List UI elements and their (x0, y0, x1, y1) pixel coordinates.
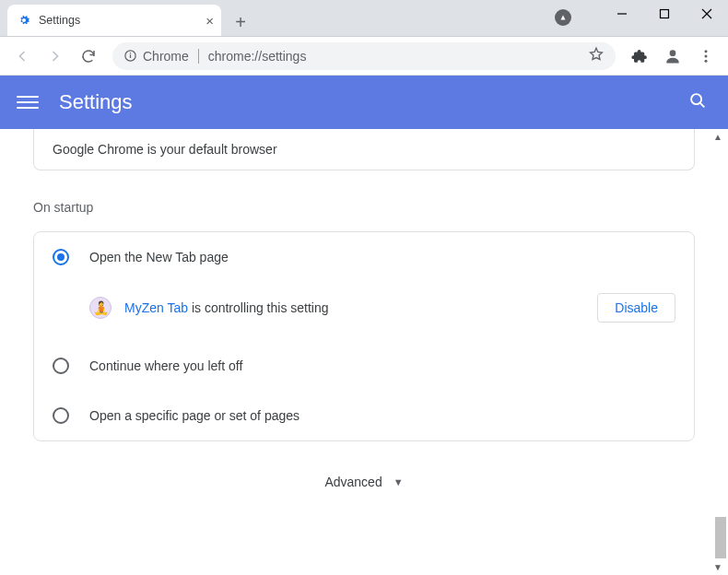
svg-rect-1 (661, 10, 669, 18)
maximize-button[interactable] (643, 0, 686, 28)
advanced-toggle[interactable]: Advanced ▼ (33, 475, 695, 489)
svg-rect-7 (130, 53, 131, 53)
site-info-icon[interactable]: Chrome (123, 49, 189, 64)
svg-point-12 (691, 94, 701, 104)
controlled-by-extension-row: 🧘 MyZen Tab is controlling this setting … (34, 282, 694, 341)
startup-section-title: On startup (33, 200, 695, 215)
scrollbar-thumb[interactable] (715, 517, 726, 558)
browser-toolbar: Chrome chrome://settings (0, 37, 728, 76)
svg-point-10 (705, 54, 708, 57)
radio-unselected-icon (53, 358, 69, 374)
svg-point-11 (705, 59, 708, 62)
controlled-suffix: is controlling this setting (188, 300, 329, 315)
svg-line-13 (700, 103, 705, 108)
startup-option-new-tab[interactable]: Open the New Tab page (34, 232, 694, 282)
startup-option-specific[interactable]: Open a specific page or set of pages (34, 391, 694, 440)
page-title: Settings (59, 90, 133, 114)
menu-hamburger-button[interactable] (17, 91, 39, 113)
svg-rect-6 (130, 54, 131, 58)
minimize-button[interactable] (601, 0, 643, 28)
disable-button[interactable]: Disable (597, 293, 675, 323)
advanced-label: Advanced (324, 475, 382, 489)
profile-button[interactable] (658, 41, 687, 71)
extensions-button[interactable] (625, 41, 654, 71)
scroll-down-arrow[interactable]: ▼ (713, 562, 722, 572)
profile-indicator-icon[interactable] (555, 9, 571, 26)
extension-name-link[interactable]: MyZen Tab (124, 300, 188, 315)
reload-button[interactable] (74, 41, 103, 71)
tab-title: Settings (39, 14, 80, 27)
startup-option-continue[interactable]: Continue where you left off (34, 341, 694, 391)
url-text: chrome://settings (208, 49, 307, 64)
menu-button[interactable] (691, 41, 721, 71)
url-scheme-label: Chrome (143, 49, 189, 64)
svg-point-9 (705, 50, 708, 53)
bookmark-star-icon[interactable] (588, 46, 605, 65)
settings-content: Google Chrome is your default browser On… (0, 129, 728, 575)
svg-point-8 (670, 50, 676, 56)
default-browser-text: Google Chrome is your default browser (53, 142, 277, 157)
tab-settings[interactable]: Settings × (7, 5, 221, 36)
tab-close-button[interactable]: × (205, 13, 214, 29)
extension-icon: 🧘 (89, 297, 112, 319)
option-label: Continue where you left off (89, 358, 242, 373)
settings-header: Settings (0, 76, 728, 129)
address-bar[interactable]: Chrome chrome://settings (112, 42, 616, 70)
new-tab-button[interactable]: + (227, 8, 254, 36)
settings-gear-icon (17, 13, 31, 28)
chevron-down-icon: ▼ (393, 476, 404, 487)
default-browser-card: Google Chrome is your default browser (33, 129, 695, 170)
back-button[interactable] (7, 41, 37, 71)
search-button[interactable] (687, 90, 708, 114)
close-window-button[interactable] (686, 0, 728, 28)
radio-unselected-icon (53, 407, 69, 424)
startup-card: Open the New Tab page 🧘 MyZen Tab is con… (33, 231, 695, 441)
scrollbar[interactable] (713, 129, 728, 575)
option-label: Open a specific page or set of pages (89, 408, 299, 423)
option-label: Open the New Tab page (89, 250, 229, 264)
svg-marker-4 (561, 16, 566, 20)
omnibox-divider (198, 49, 199, 64)
radio-selected-icon (53, 249, 69, 265)
forward-button[interactable] (41, 41, 70, 71)
